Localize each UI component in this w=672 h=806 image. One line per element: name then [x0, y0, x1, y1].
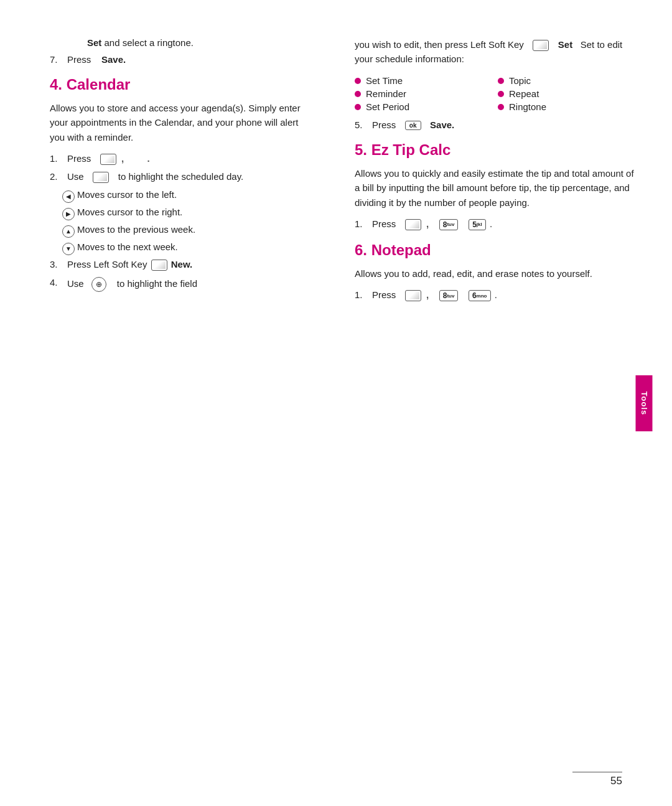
page-number-line [572, 772, 622, 773]
section-4-heading: 4. Calendar [50, 76, 311, 93]
soft-key-nav [93, 172, 109, 183]
set-bold: Set [558, 39, 572, 50]
step-3: 3. Press Left Soft Key New. [50, 259, 311, 271]
nav-right-icon: ▶ [62, 208, 75, 220]
bullet-grid: Set Time Topic Reminder Repeat Set Perio… [355, 75, 635, 112]
key-6-mno: 6mno [469, 290, 491, 301]
step-1: 1. Press , . [50, 153, 311, 165]
right-column: you wish to edit, then press Left Soft K… [336, 37, 672, 769]
section-6-heading: 6. Notepad [355, 241, 635, 259]
tools-tab: Tools [636, 375, 653, 431]
comma: , [121, 153, 124, 164]
step-5: 5. Press ok Save. [355, 119, 635, 131]
ez-step-1: 1. Press , 8tuv 5jkl . [355, 218, 635, 230]
d-pad-icon: ⊕ [91, 277, 106, 292]
step-2: 2. Use to highlight the scheduled day. [50, 171, 311, 183]
intro-body: and select a ringtone. [105, 37, 194, 48]
intro-text: Set and select a ringtone. [50, 37, 311, 48]
nav-left: ◀ Moves cursor to the left. [50, 189, 311, 203]
bullet-ringtone: Ringtone [498, 101, 635, 112]
step-4: 4. Use ⊕ to highlight the field [50, 277, 311, 292]
nav-up-icon: ▲ [62, 225, 75, 238]
section-4-body: Allows you to store and access your agen… [50, 101, 311, 144]
step-5-content: Press ok Save. [372, 119, 635, 131]
ez-step-1-content: Press , 8tuv 5jkl . [372, 218, 635, 230]
step-4-content: Use ⊕ to highlight the field [67, 277, 311, 292]
nav-left-icon: ◀ [62, 190, 75, 203]
step-3-new: New. [171, 259, 192, 269]
soft-key-set [533, 40, 549, 51]
ok-key: ok [405, 121, 421, 130]
step-3-num: 3. [50, 259, 67, 269]
step-3-content: Press Left Soft Key New. [67, 259, 311, 271]
bullet-set-period: Set Period [355, 101, 492, 112]
left-column: Set and select a ringtone. 7. Press Save… [0, 37, 336, 769]
key-8-tuv: 8tuv [439, 219, 459, 230]
key-5-jkl: 5jkl [469, 219, 486, 230]
section-5-heading: 5. Ez Tip Calc [355, 141, 635, 159]
step-7: 7. Press Save. [50, 54, 311, 65]
page-number-area: 55 [572, 772, 622, 788]
step-4-num: 4. [50, 277, 67, 288]
soft-key-icon-1 [100, 154, 116, 165]
period: . [147, 153, 150, 164]
bullet-dot-6 [498, 104, 504, 110]
np-step-1-num: 1. [355, 289, 372, 300]
bullet-dot-5 [355, 104, 361, 110]
comma-np: , [426, 289, 429, 300]
bullet-topic: Topic [498, 75, 635, 86]
bullet-set-time: Set Time [355, 75, 492, 86]
step-5-save: Save. [430, 119, 454, 130]
step-1-content: Press , . [67, 153, 311, 165]
step-5-num: 5. [355, 119, 372, 130]
bullet-dot-3 [355, 91, 361, 97]
bullet-dot-2 [498, 78, 504, 84]
step-2-content: Use to highlight the scheduled day. [67, 171, 311, 183]
right-intro: you wish to edit, then press Left Soft K… [355, 37, 635, 67]
key-8-tuv-np: 8tuv [439, 290, 459, 301]
step-7-content: Press Save. [67, 54, 311, 65]
section-5-body: Allows you to quickly and easily estimat… [355, 166, 635, 210]
step-2-num: 2. [50, 171, 67, 182]
soft-key-np [405, 290, 421, 301]
step-7-num: 7. [50, 54, 67, 65]
bullet-reminder: Reminder [355, 88, 492, 99]
bullet-dot-1 [355, 78, 361, 84]
step-7-save: Save. [101, 54, 126, 65]
soft-key-ez [405, 219, 421, 230]
intro-bold: Set [87, 37, 101, 48]
nav-down-icon: ▼ [62, 243, 75, 255]
nav-down: ▼ Moves to the next week. [50, 241, 311, 255]
nav-right: ▶ Moves cursor to the right. [50, 207, 311, 220]
nav-up: ▲ Moves to the previous week. [50, 224, 311, 238]
comma-ez: , [426, 218, 429, 229]
section-6-body: Allows you to add, read, edit, and erase… [355, 266, 635, 281]
bullet-repeat: Repeat [498, 88, 635, 99]
soft-key-new [151, 260, 167, 271]
step-1-num: 1. [50, 153, 67, 164]
bullet-dot-4 [498, 91, 504, 97]
np-step-1: 1. Press , 8tuv 6mno . [355, 289, 635, 301]
ez-step-1-num: 1. [355, 218, 372, 229]
page-number: 55 [610, 775, 622, 787]
np-step-1-content: Press , 8tuv 6mno . [372, 289, 635, 301]
